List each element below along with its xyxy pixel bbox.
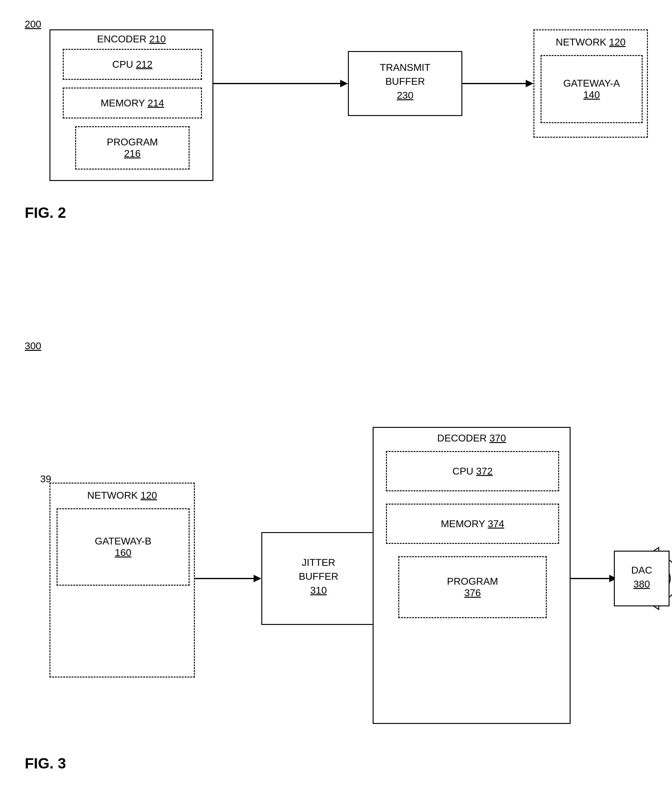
- cpu-label: CPU 212: [112, 59, 152, 70]
- fig2-ref: 200: [25, 19, 41, 30]
- fig3-ref: 300: [25, 340, 41, 352]
- decoder-memory-box: MEMORY 374: [386, 504, 559, 544]
- fig3-ref-label: 300: [25, 340, 41, 351]
- network-a-label: NETWORK 120: [556, 37, 626, 48]
- gateway-b-box: GATEWAY-B 160: [57, 508, 190, 586]
- dac-label: DAC 380: [631, 563, 652, 591]
- transmit-buffer-label: TRANSMITBUFFER230: [380, 61, 430, 102]
- dac-box: DAC 380: [614, 551, 670, 606]
- decoder-cpu-box: CPU 372: [386, 451, 559, 491]
- svg-marker-5: [254, 575, 261, 582]
- decoder-program-box: PROGRAM 376: [398, 556, 547, 618]
- cpu-box: CPU 212: [63, 49, 202, 80]
- decoder-label: DECODER 370: [437, 432, 506, 444]
- decoder-cpu-label: CPU 372: [453, 466, 493, 477]
- jitter-buffer-label: JITTERBUFFER310: [299, 556, 338, 597]
- fig2-ref-label: 200: [25, 19, 41, 30]
- jitter-buffer-box: JITTERBUFFER310: [261, 532, 376, 625]
- gateway-a-box: GATEWAY-A 140: [541, 55, 643, 123]
- network-gateway-a-box: NETWORK 120 GATEWAY-A 140: [533, 29, 648, 138]
- svg-marker-3: [526, 80, 533, 87]
- memory-box: MEMORY 214: [63, 88, 202, 119]
- network-b-label: NETWORK 120: [87, 490, 157, 501]
- fig2-label: FIG. 2: [25, 204, 66, 221]
- encoder-label: ENCODER 210: [97, 34, 166, 45]
- program-box: PROGRAM 216: [75, 126, 190, 170]
- decoder-memory-label: MEMORY 374: [441, 518, 504, 530]
- transmit-buffer-box: TRANSMITBUFFER230: [348, 51, 462, 116]
- gateway-a-label: GATEWAY-A 140: [563, 78, 620, 101]
- fig3-label: FIG. 3: [25, 755, 66, 772]
- encoder-box: ENCODER 210 CPU 212 MEMORY 214 PROGRAM 2…: [50, 29, 213, 181]
- network-gateway-b-box: NETWORK 120 GATEWAY-B 160: [50, 483, 195, 677]
- decoder-box: DECODER 370 CPU 372 MEMORY 374 PROGRAM 3…: [373, 427, 571, 724]
- gateway-b-label: GATEWAY-B 160: [94, 535, 151, 558]
- memory-label: MEMORY 214: [101, 98, 164, 109]
- decoder-program-label: PROGRAM 376: [447, 576, 498, 599]
- program-label: PROGRAM 216: [107, 136, 158, 159]
- svg-marker-1: [340, 80, 348, 87]
